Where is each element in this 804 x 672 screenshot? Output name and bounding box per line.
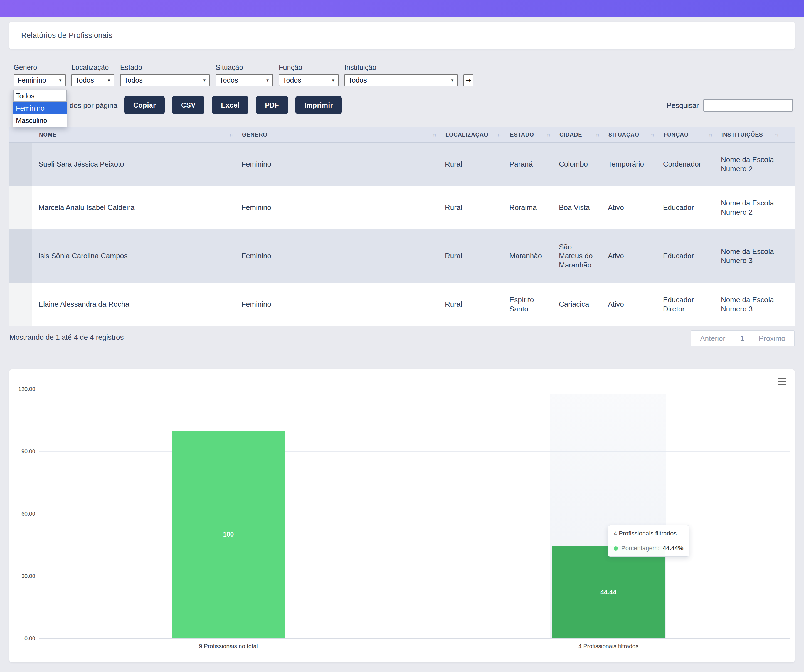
dropdown-option-todos[interactable]: Todos — [13, 90, 67, 102]
cell-funcao: Educador — [657, 229, 715, 283]
cell-localizacao: Rural — [439, 142, 503, 186]
sort-icon[interactable]: ↑↓ — [709, 132, 712, 137]
cell-localizacao: Rural — [439, 186, 503, 229]
filter-submit-button[interactable]: → — [464, 74, 474, 86]
table-row[interactable]: Sueli Sara Jéssica Peixoto Feminino Rura… — [10, 142, 794, 186]
cell-instituicoes: Nome da Escola Numero 3 — [715, 229, 781, 283]
excel-button[interactable]: Excel — [212, 96, 248, 114]
column-header-genero[interactable]: GENERO↑↓ — [235, 127, 439, 142]
sort-icon[interactable]: ↑↓ — [775, 132, 778, 137]
chevron-down-icon: ▼ — [450, 78, 454, 83]
professionals-table: NOME↑↓ GENERO↑↓ LOCALIZAÇÃO↑↓ ESTADO↑↓ C… — [10, 127, 794, 326]
cell-instituicoes: Nome da Escola Numero 2 — [715, 142, 781, 186]
tooltip-value: 44.44% — [663, 545, 683, 552]
filter-situacao-value: Todos — [219, 76, 238, 84]
cell-localizacao: Rural — [439, 283, 503, 326]
search-group: Pesquisar — [667, 99, 793, 112]
cell-situacao: Ativo — [602, 229, 657, 283]
export-buttons: Copiar CSV Excel PDF Imprimir — [124, 96, 342, 114]
sort-icon[interactable]: ↑↓ — [497, 132, 500, 137]
filter-localizacao-select[interactable]: Todos ▼ — [72, 74, 114, 86]
filter-funcao-group: Função Todos ▼ — [279, 64, 338, 86]
pdf-button[interactable]: PDF — [256, 96, 288, 114]
search-input[interactable] — [703, 99, 793, 112]
search-label: Pesquisar — [667, 101, 699, 110]
axis-baseline — [39, 638, 789, 639]
next-page-button[interactable]: Próximo — [750, 330, 794, 346]
row-control-cell — [10, 142, 32, 186]
chevron-down-icon: ▼ — [265, 78, 270, 83]
cell-funcao: Educador — [657, 186, 715, 229]
cell-nome: Marcela Analu Isabel Caldeira — [32, 186, 235, 229]
cell-genero: Feminino — [235, 283, 439, 326]
table-header-row: NOME↑↓ GENERO↑↓ LOCALIZAÇÃO↑↓ ESTADO↑↓ C… — [10, 127, 794, 142]
tooltip-title: 4 Profissionais filtrados — [614, 530, 683, 537]
page-number-button[interactable]: 1 — [734, 330, 750, 346]
table-row[interactable]: Marcela Analu Isabel Caldeira Feminino R… — [10, 186, 794, 229]
genero-dropdown: Todos Feminino Masculino — [13, 90, 67, 127]
previous-page-button[interactable]: Anterior — [691, 330, 734, 346]
column-header-cidade[interactable]: CIDADE↑↓ — [553, 127, 602, 142]
tooltip-dot — [614, 546, 618, 551]
filter-estado-value: Todos — [124, 76, 143, 84]
column-header-instituicoes[interactable]: INSTITUIÇÕES↑↓ — [715, 127, 781, 142]
sort-icon[interactable]: ↑↓ — [596, 132, 599, 137]
table-row[interactable]: Elaine Alessandra da Rocha Feminino Rura… — [10, 283, 794, 326]
filter-situacao-select[interactable]: Todos ▼ — [216, 74, 273, 86]
bar-value-label: 44.44 — [552, 588, 665, 596]
bar-value-label: 100 — [172, 531, 285, 538]
dropdown-option-masculino[interactable]: Masculino — [13, 114, 67, 127]
cell-nome: Isis Sônia Carolina Campos — [32, 229, 235, 283]
csv-button[interactable]: CSV — [172, 96, 204, 114]
y-axis-tick: 30.00 — [6, 573, 35, 579]
bar-total[interactable]: 100 — [172, 431, 285, 639]
chevron-down-icon: ▼ — [107, 78, 111, 83]
table-toolbar: dos por página Copiar CSV Excel PDF Impr… — [10, 96, 794, 114]
dropdown-option-feminino[interactable]: Feminino — [13, 102, 67, 114]
chart-card: 120.00 90.00 60.00 30.00 0.00 100 44.44 … — [10, 369, 794, 662]
row-control-cell — [10, 229, 32, 283]
cell-estado: Roraima — [503, 186, 553, 229]
app-header-bar — [0, 0, 804, 17]
row-end-cell — [781, 283, 794, 326]
sort-icon[interactable]: ↑↓ — [547, 132, 550, 137]
cell-instituicoes: Nome da Escola Numero 2 — [715, 186, 781, 229]
sort-icon[interactable]: ↑↓ — [433, 132, 436, 137]
cell-instituicoes: Nome da Escola Numero 3 — [715, 283, 781, 326]
x-axis-label: 9 Profissionais no total — [199, 643, 258, 649]
filter-funcao-select[interactable]: Todos ▼ — [279, 74, 338, 86]
column-header-nome[interactable]: NOME↑↓ — [32, 127, 235, 142]
filter-instituicao-select[interactable]: Todos ▼ — [345, 74, 458, 86]
table-row[interactable]: Isis Sônia Carolina Campos Feminino Rura… — [10, 229, 794, 283]
column-header-localizacao[interactable]: LOCALIZAÇÃO↑↓ — [439, 127, 503, 142]
cell-funcao: Cordenador — [657, 142, 715, 186]
column-header-estado[interactable]: ESTADO↑↓ — [503, 127, 553, 142]
copy-button[interactable]: Copiar — [124, 96, 165, 114]
cell-situacao: Ativo — [602, 186, 657, 229]
filter-localizacao-label: Localização — [72, 64, 114, 72]
print-button[interactable]: Imprimir — [296, 96, 342, 114]
cell-cidade: Boa Vista — [553, 186, 602, 229]
x-axis-label: 4 Profissionais filtrados — [578, 643, 639, 649]
bar-filtered[interactable]: 44.44 — [552, 546, 665, 638]
chart-menu-icon[interactable] — [778, 378, 786, 387]
header-control-col — [10, 127, 32, 142]
y-axis-tick: 120.00 — [6, 386, 35, 392]
filter-estado-group: Estado Todos ▼ — [120, 64, 210, 86]
cell-localizacao: Rural — [439, 229, 503, 283]
column-header-situacao[interactable]: SITUAÇÃO↑↓ — [602, 127, 657, 142]
cell-situacao: Temporário — [602, 142, 657, 186]
filters-bar: Genero Feminino ▼ Todos Feminino Masculi… — [14, 64, 474, 86]
cell-nome: Elaine Alessandra da Rocha — [32, 283, 235, 326]
sort-icon[interactable]: ↑↓ — [229, 132, 232, 137]
sort-icon[interactable]: ↑↓ — [651, 132, 654, 137]
filter-situacao-label: Situação — [216, 64, 273, 72]
cell-situacao: Ativo — [602, 283, 657, 326]
filter-localizacao-value: Todos — [75, 76, 94, 84]
column-header-funcao[interactable]: FUNÇÃO↑↓ — [657, 127, 715, 142]
cell-estado: Espírito Santo — [503, 283, 553, 326]
filter-instituicao-label: Instituição — [345, 64, 458, 72]
filter-genero-select[interactable]: Feminino ▼ — [14, 74, 65, 86]
filter-estado-select[interactable]: Todos ▼ — [120, 74, 210, 86]
cell-estado: Maranhão — [503, 229, 553, 283]
